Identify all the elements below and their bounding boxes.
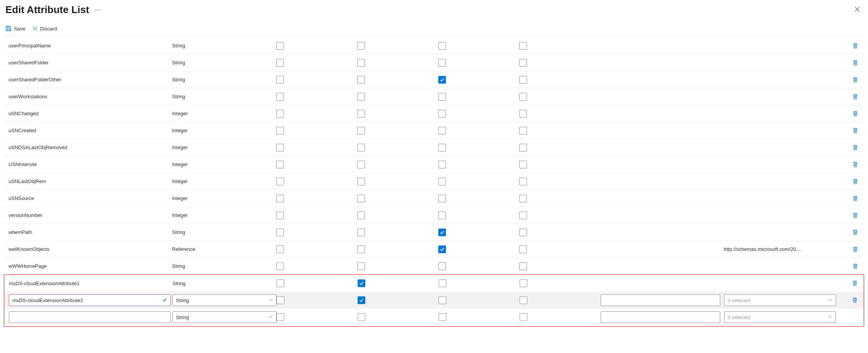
checkbox-col1[interactable] [276, 127, 284, 134]
attr-name: uSNLastObjRem [8, 178, 46, 184]
save-button[interactable]: Save [5, 25, 25, 32]
checkbox-col4[interactable] [519, 262, 527, 270]
checkbox-col4[interactable] [519, 59, 527, 67]
checkbox-col1[interactable] [276, 195, 284, 202]
attr-name-input[interactable] [9, 311, 171, 323]
checkbox-col1[interactable] [276, 212, 284, 219]
attr-name: wbemPath [8, 229, 32, 235]
checkbox-col3[interactable] [438, 161, 446, 168]
checkbox-col2[interactable] [357, 195, 365, 202]
checkbox-col4[interactable] [519, 93, 527, 101]
checkbox-col1[interactable] [277, 296, 284, 304]
delete-button[interactable] [851, 109, 860, 118]
checkbox-col2[interactable] [357, 212, 365, 219]
checkbox-col1[interactable] [276, 262, 284, 270]
checkbox-col4[interactable] [519, 76, 527, 84]
checkbox-col2[interactable] [357, 245, 365, 253]
checkbox-col4[interactable] [519, 178, 527, 185]
checkbox-col2[interactable] [358, 313, 365, 321]
checkbox-col2[interactable] [357, 144, 365, 151]
attr-type-dropdown[interactable]: String [172, 294, 277, 306]
checkbox-col3[interactable] [438, 245, 446, 253]
delete-button[interactable] [851, 160, 860, 169]
delete-button[interactable] [851, 92, 860, 101]
checkbox-col4[interactable] [520, 296, 527, 304]
checkbox-col4[interactable] [519, 161, 527, 168]
checkbox-col2[interactable] [357, 59, 365, 67]
checkbox-col1[interactable] [277, 313, 284, 321]
reference-input[interactable] [601, 294, 720, 306]
checkbox-col3[interactable] [439, 279, 446, 287]
checkbox-col2[interactable] [358, 279, 365, 287]
delete-button[interactable] [851, 228, 860, 237]
checkbox-col3[interactable] [438, 262, 446, 270]
checkbox-col1[interactable] [276, 110, 284, 118]
delete-button[interactable] [851, 42, 860, 50]
checkbox-col4[interactable] [519, 229, 527, 236]
multi-select-dropdown[interactable]: 0 selected [724, 294, 836, 306]
checkbox-col4[interactable] [519, 42, 527, 50]
checkbox-col2[interactable] [357, 262, 365, 270]
checkbox-col3[interactable] [438, 195, 446, 202]
checkbox-col1[interactable] [276, 76, 284, 84]
table-row: wWWHomePageString [4, 258, 864, 275]
checkbox-col1[interactable] [276, 229, 284, 236]
checkbox-col2[interactable] [358, 296, 365, 304]
checkbox-col4[interactable] [519, 127, 527, 134]
delete-button[interactable] [851, 194, 860, 203]
checkbox-col3[interactable] [438, 178, 446, 185]
checkbox-col3[interactable] [438, 93, 446, 101]
checkbox-col2[interactable] [357, 42, 365, 50]
close-icon[interactable] [852, 3, 863, 16]
checkbox-col1[interactable] [276, 42, 284, 50]
checkbox-col1[interactable] [276, 178, 284, 185]
checkbox-col1[interactable] [276, 59, 284, 67]
checkbox-col1[interactable] [276, 144, 284, 151]
checkbox-col2[interactable] [357, 178, 365, 185]
checkbox-col3[interactable] [438, 42, 446, 50]
checkbox-col3[interactable] [439, 313, 446, 321]
checkbox-col3[interactable] [438, 110, 446, 118]
checkbox-col1[interactable] [276, 161, 284, 168]
reference-input[interactable] [601, 311, 720, 323]
checkbox-col2[interactable] [357, 127, 365, 134]
checkbox-col4[interactable] [519, 144, 527, 151]
delete-button[interactable] [851, 76, 860, 84]
delete-button[interactable] [851, 126, 860, 135]
checkbox-col3[interactable] [438, 59, 446, 67]
attr-name-input[interactable]: msDS-cloudExtensionAttribute2 [9, 294, 171, 306]
more-actions-button[interactable]: ··· [93, 5, 102, 15]
multi-select-dropdown[interactable]: 0 selected [724, 311, 836, 323]
checkbox-col4[interactable] [519, 212, 527, 219]
delete-button[interactable] [851, 143, 860, 152]
checkbox-col1[interactable] [276, 245, 284, 253]
delete-button[interactable] [851, 296, 859, 304]
checkbox-col4[interactable] [520, 313, 527, 321]
delete-button[interactable] [851, 211, 860, 220]
checkbox-col1[interactable] [277, 279, 284, 287]
checkbox-col2[interactable] [357, 76, 365, 84]
checkbox-col2[interactable] [357, 161, 365, 168]
attr-type-dropdown[interactable]: String [172, 311, 277, 323]
checkbox-col3[interactable] [438, 212, 446, 219]
checkbox-col3[interactable] [438, 127, 446, 134]
checkbox-col2[interactable] [357, 229, 365, 236]
checkbox-col4[interactable] [519, 195, 527, 202]
checkbox-col2[interactable] [357, 110, 365, 118]
checkbox-col4[interactable] [520, 279, 527, 287]
checkbox-col4[interactable] [519, 245, 527, 253]
checkbox-col2[interactable] [357, 93, 365, 101]
checkbox-col3[interactable] [438, 144, 446, 151]
delete-button[interactable] [851, 177, 860, 186]
chevron-down-icon [828, 314, 833, 320]
delete-button[interactable] [851, 59, 860, 67]
delete-button[interactable] [851, 262, 860, 271]
checkbox-col1[interactable] [276, 93, 284, 101]
checkbox-col3[interactable] [438, 76, 446, 84]
checkbox-col4[interactable] [519, 110, 527, 118]
delete-button[interactable] [851, 279, 859, 287]
checkbox-col3[interactable] [439, 296, 446, 304]
delete-button[interactable] [851, 245, 860, 254]
checkbox-col3[interactable] [438, 229, 446, 236]
discard-button[interactable]: Discard [32, 26, 57, 32]
